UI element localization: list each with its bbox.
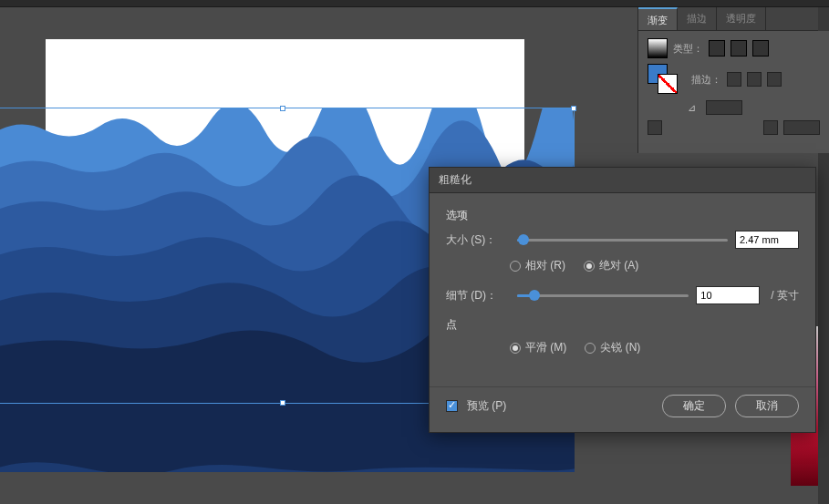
detail-slider[interactable]: [517, 288, 689, 303]
radio-icon: [584, 261, 595, 272]
radio-absolute[interactable]: 绝对 (A): [584, 258, 638, 273]
app-topbar: [0, 0, 829, 7]
gradient-panel: 渐变 描边 透明度 类型： 描边：: [637, 7, 829, 153]
stroke-label: 描边：: [691, 73, 721, 87]
cancel-button[interactable]: 取消: [735, 395, 799, 417]
roughen-dialog: 粗糙化 选项 大小 (S)： 相对 (R) 绝对 (A): [429, 167, 816, 433]
panel-tabs: 渐变 描边 透明度: [638, 7, 829, 31]
stroke-align-icon[interactable]: [747, 72, 762, 87]
angle-icon: ⊿: [688, 102, 700, 114]
angle-dropdown[interactable]: [706, 100, 742, 115]
type-label: 类型：: [673, 42, 703, 56]
radio-smooth[interactable]: 平滑 (M): [510, 340, 566, 355]
stroke-align-icon[interactable]: [767, 72, 782, 87]
preview-checkbox[interactable]: [446, 400, 458, 412]
stroke-color-swatch[interactable]: [658, 74, 678, 94]
tab-transparency[interactable]: 透明度: [717, 7, 766, 30]
tab-stroke[interactable]: 描边: [678, 7, 717, 30]
gradient-swatch[interactable]: [648, 38, 668, 58]
radio-relative[interactable]: 相对 (R): [510, 258, 565, 273]
panel-collapse-icon[interactable]: [818, 7, 829, 31]
gradient-type-freeform[interactable]: [752, 40, 769, 57]
stroke-align-icon[interactable]: [727, 72, 741, 87]
panel-option-icon[interactable]: [648, 120, 662, 135]
gradient-type-radial[interactable]: [731, 40, 747, 57]
radio-icon: [510, 343, 521, 354]
main-workspace: 渐变 描边 透明度 类型： 描边：: [0, 7, 829, 504]
ok-button[interactable]: 确定: [662, 395, 726, 417]
tab-gradient[interactable]: 渐变: [638, 7, 678, 30]
size-input[interactable]: [735, 231, 799, 249]
radio-icon: [510, 261, 521, 272]
right-dock-strip[interactable]: [818, 153, 829, 504]
options-section-label: 选项: [446, 208, 799, 223]
preview-label: 预览 (P): [467, 398, 506, 414]
aspect-dropdown[interactable]: [783, 120, 820, 135]
gradient-type-linear[interactable]: [709, 40, 725, 57]
size-slider[interactable]: [517, 232, 728, 247]
detail-label: 细节 (D)：: [446, 288, 510, 303]
detail-input[interactable]: [696, 286, 760, 304]
size-label: 大小 (S)：: [446, 232, 510, 248]
aspect-icon[interactable]: [763, 120, 778, 135]
points-section-label: 点: [446, 317, 799, 333]
dialog-title[interactable]: 粗糙化: [430, 168, 815, 193]
radio-corner[interactable]: 尖锐 (N): [585, 340, 640, 355]
radio-icon: [585, 343, 596, 354]
detail-unit: / 英寸: [771, 288, 799, 303]
